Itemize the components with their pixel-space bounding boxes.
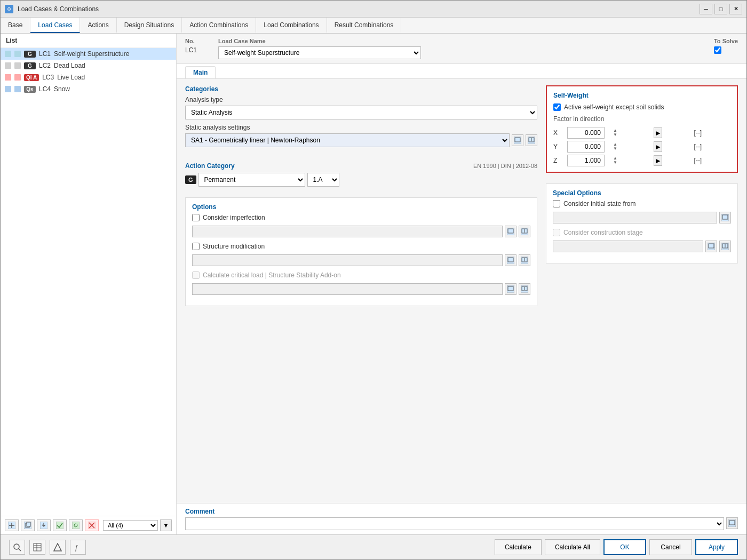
action-cat-select-row: G Permanent 1.A	[185, 173, 537, 187]
cancel-button[interactable]: Cancel	[649, 539, 692, 555]
table-icon-btn[interactable]	[29, 540, 45, 555]
apply-button[interactable]: Apply	[695, 539, 738, 555]
structure-mod-checkbox[interactable]	[192, 243, 200, 250]
x-input[interactable]	[567, 127, 605, 139]
window-title: Load Cases & Combinations	[18, 5, 99, 13]
delete-button[interactable]	[85, 519, 99, 531]
lc-badge: G	[24, 62, 36, 69]
construction-stage-input-row	[553, 241, 731, 252]
comment-btn[interactable]	[726, 517, 738, 529]
initial-state-label: Consider initial state from	[563, 200, 635, 207]
search-icon-btn[interactable]	[9, 540, 25, 555]
imperfection-checkbox[interactable]	[192, 214, 200, 221]
lc-name: Dead Load	[54, 62, 85, 69]
y-input[interactable]	[567, 141, 605, 153]
construction-stage-input[interactable]	[553, 241, 703, 252]
construction-stage-new-btn[interactable]	[719, 241, 731, 252]
initial-state-btn[interactable]	[719, 212, 731, 223]
svg-marker-48	[54, 543, 61, 551]
action-cat-name-select[interactable]: Permanent	[198, 173, 305, 187]
self-weight-checkbox[interactable]	[553, 103, 561, 111]
z-input[interactable]	[567, 155, 605, 166]
structure-mod-edit-btn[interactable]	[505, 254, 516, 266]
tab-base[interactable]: Base	[1, 18, 30, 33]
initial-state-input[interactable]	[553, 212, 717, 223]
imperfection-new-btn[interactable]	[519, 226, 530, 237]
maximize-button[interactable]: □	[714, 4, 727, 14]
minimize-button[interactable]: ─	[700, 4, 712, 14]
static-settings-edit-btn[interactable]	[512, 134, 523, 146]
list-filter-select[interactable]: All (4)	[103, 520, 158, 531]
x-unit: [--]	[694, 129, 730, 137]
list-item[interactable]: Qs LC4 Snow	[1, 83, 176, 95]
x-down-arrow[interactable]: ▼	[613, 133, 622, 137]
tab-load-cases[interactable]: Load Cases	[30, 18, 80, 33]
svg-point-42	[14, 544, 19, 549]
analysis-type-row: Analysis type Static Analysis	[185, 96, 537, 119]
critical-load-new-btn[interactable]	[519, 283, 530, 295]
check-button[interactable]	[53, 519, 67, 531]
dropdown-btn[interactable]: ▼	[160, 519, 172, 531]
action-cat-sub-select[interactable]: 1.A	[307, 173, 339, 187]
list-item[interactable]: G LC2 Dead Load	[1, 60, 176, 71]
copy-button[interactable]	[21, 519, 35, 531]
critical-load-edit-btn[interactable]	[505, 283, 516, 295]
imperfection-input[interactable]	[192, 226, 503, 237]
tab-design-situations[interactable]: Design Situations	[117, 18, 182, 33]
structure-mod-new-btn[interactable]	[519, 254, 530, 266]
tab-bar: Base Load Cases Actions Design Situation…	[1, 18, 746, 34]
construction-stage-edit-btn[interactable]	[705, 241, 717, 252]
special-options-title: Special Options	[553, 189, 731, 197]
import-button[interactable]	[37, 519, 51, 531]
construction-stage-checkbox[interactable]	[553, 229, 560, 236]
lc-name: Self-weight Superstructure	[54, 50, 129, 58]
critical-load-checkbox[interactable]	[192, 271, 200, 279]
load-case-name-select[interactable]: Self-weight Superstructure	[218, 46, 421, 59]
navigator-icon-btn[interactable]	[50, 540, 66, 555]
y-down-arrow[interactable]: ▼	[613, 147, 622, 151]
construction-stage-row: Consider construction stage	[553, 229, 731, 252]
static-settings-new-btn[interactable]	[526, 134, 537, 146]
x-nav-btn[interactable]: ▶	[654, 127, 662, 138]
self-weight-section: Self-Weight Active self-weight except so…	[546, 85, 738, 173]
z-down-arrow[interactable]: ▼	[613, 161, 622, 165]
lc-id: LC1	[39, 50, 51, 58]
to-solve-checkbox[interactable]	[714, 46, 721, 54]
lc-badge: Qs	[24, 86, 36, 93]
analysis-type-select[interactable]: Static Analysis	[185, 106, 537, 119]
to-solve-group: To Solve	[714, 38, 738, 54]
calculate-all-button[interactable]: Calculate All	[545, 539, 600, 555]
formula-icon-btn[interactable]: ƒ	[70, 540, 86, 555]
ok-button[interactable]: OK	[603, 539, 646, 555]
list-footer: All (4) ▼	[1, 516, 176, 534]
static-settings-select[interactable]: SA1 - Geometrically linear | Newton-Raph…	[185, 133, 510, 147]
title-bar-left: ⚙ Load Cases & Combinations	[5, 5, 99, 13]
list-item[interactable]: G LC1 Self-weight Superstructure	[1, 48, 176, 60]
tab-result-combinations[interactable]: Result Combinations	[327, 18, 402, 33]
bottom-icons: ƒ	[9, 540, 86, 555]
list-item[interactable]: Qi A LC3 Live Load	[1, 71, 176, 83]
initial-state-input-row	[553, 212, 731, 223]
tab-actions[interactable]: Actions	[80, 18, 116, 33]
structure-mod-input[interactable]	[192, 254, 503, 266]
add-button[interactable]	[5, 519, 19, 531]
close-button[interactable]: ✕	[729, 4, 742, 14]
y-nav-btn[interactable]: ▶	[654, 141, 662, 152]
comment-select[interactable]	[185, 517, 724, 530]
calculate-button[interactable]: Calculate	[495, 539, 542, 555]
inner-tab-main[interactable]: Main	[185, 66, 216, 78]
tab-load-combinations[interactable]: Load Combinations	[256, 18, 327, 33]
imperfection-label: Consider imperfection	[203, 214, 265, 221]
y-label: Y	[553, 143, 564, 150]
lc-badge: Qi A	[24, 74, 39, 81]
settings-button[interactable]	[69, 519, 83, 531]
critical-load-input[interactable]	[192, 283, 503, 295]
z-nav-btn[interactable]: ▶	[654, 155, 662, 166]
app-icon: ⚙	[5, 5, 13, 13]
structure-mod-check-row: Structure modification	[192, 243, 530, 250]
initial-state-checkbox[interactable]	[553, 200, 560, 207]
z-label: Z	[553, 157, 564, 164]
imperfection-edit-btn[interactable]	[505, 226, 516, 237]
categories-title: Categories	[185, 85, 537, 93]
tab-action-combinations[interactable]: Action Combinations	[182, 18, 256, 33]
